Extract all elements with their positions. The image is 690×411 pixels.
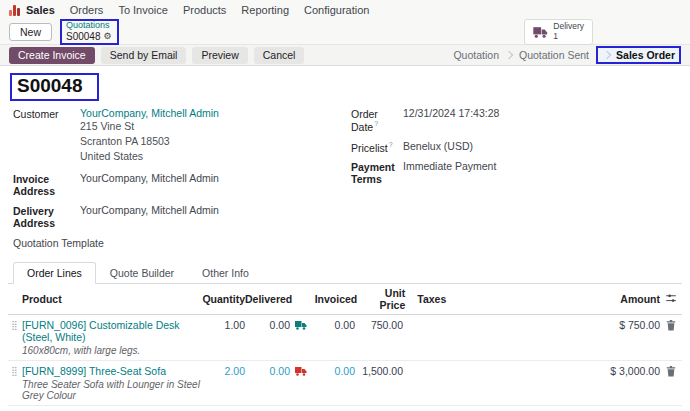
menu-to-invoice[interactable]: To Invoice <box>118 4 168 16</box>
breadcrumb-quotations[interactable]: Quotations <box>66 21 112 31</box>
delivery-address-label: Delivery Address <box>13 204 80 229</box>
unit-price-cell[interactable]: 750.00 <box>355 319 403 331</box>
gear-icon[interactable]: ⚙ <box>104 32 112 42</box>
col-taxes[interactable]: Taxes <box>405 293 472 305</box>
drag-handle-icon[interactable]: ⣿ <box>8 365 22 376</box>
sales-app-icon <box>9 5 20 16</box>
help-icon: ? <box>374 120 378 127</box>
customer-label: Customer <box>13 107 80 165</box>
drag-handle-icon[interactable]: ⣿ <box>8 319 22 330</box>
col-delivered[interactable]: Delivered <box>245 293 292 305</box>
col-product[interactable]: Product <box>22 293 200 305</box>
order-date-field[interactable]: 12/31/2024 17:43:28 <box>403 107 499 133</box>
action-bar: Create Invoice Send by Email Preview Can… <box>0 44 690 66</box>
status-quotation[interactable]: Quotation <box>453 49 499 61</box>
pricelist-label: Pricelist? <box>351 140 403 154</box>
table-row[interactable]: ⣿ [Delivery_007] Standard delivery Stand… <box>8 406 682 411</box>
optional-columns-icon[interactable] <box>665 293 677 304</box>
invoice-address-label: Invoice Address <box>13 172 80 197</box>
invoiced-cell[interactable]: 0.00 <box>310 319 355 331</box>
help-icon: ? <box>389 141 393 148</box>
delivery-smart-button[interactable]: Delivery 1 <box>524 19 593 45</box>
new-button[interactable]: New <box>9 23 52 41</box>
breadcrumb-annotation-box: Quotations S00048 ⚙ <box>60 19 119 45</box>
tab-other-info[interactable]: Other Info <box>188 262 263 284</box>
title-annotation-box: S00048 <box>10 73 99 101</box>
menu-reporting[interactable]: Reporting <box>241 4 289 16</box>
form-sheet: S00048 Customer YourCompany, Mitchell Ad… <box>0 66 690 411</box>
app-brand[interactable]: Sales <box>9 4 55 16</box>
invoice-address-field[interactable]: YourCompany, Mitchell Admin <box>80 172 219 197</box>
chevron-right-icon <box>505 51 513 59</box>
product-description: 160x80cm, with large legs. <box>22 345 200 356</box>
chevron-right-icon <box>603 51 611 59</box>
quantity-cell[interactable]: 2.00 <box>200 365 245 377</box>
order-lines-table: Product Quantity Delivered Invoiced Unit… <box>8 284 682 411</box>
product-description: Three Seater Sofa with Lounger in Steel … <box>22 379 200 401</box>
col-invoiced[interactable]: Invoiced <box>312 293 357 305</box>
delete-row-icon[interactable] <box>666 366 676 377</box>
top-nav: Sales Orders To Invoice Products Reporti… <box>0 0 690 20</box>
page-title: S00048 <box>17 75 83 96</box>
table-row[interactable]: ⣿ [FURN_0096] Customizable Desk (Steel, … <box>8 315 682 361</box>
menu-orders[interactable]: Orders <box>70 4 104 16</box>
delivery-truck-late-icon[interactable] <box>295 366 307 376</box>
menu-products[interactable]: Products <box>183 4 226 16</box>
menu-configuration[interactable]: Configuration <box>304 4 369 16</box>
statusbar: Quotation Quotation Sent Sales Order <box>453 46 681 64</box>
app-name: Sales <box>26 4 55 16</box>
order-date-label: Order Date? <box>351 107 403 133</box>
truck-icon <box>533 26 548 38</box>
send-by-email-button[interactable]: Send by Email <box>101 47 187 64</box>
delivery-address-field[interactable]: YourCompany, Mitchell Admin <box>80 204 219 229</box>
notebook-tabs: Order Lines Quote Builder Other Info <box>8 262 682 284</box>
product-link[interactable]: [FURN_8999] Three-Seat Sofa <box>22 365 200 377</box>
control-panel: New Quotations S00048 ⚙ Delivery 1 <box>0 20 690 44</box>
payment-terms-label: Payment Terms <box>351 160 403 185</box>
table-header: Product Quantity Delivered Invoiced Unit… <box>8 284 682 315</box>
tab-quote-builder[interactable]: Quote Builder <box>96 262 188 284</box>
amount-cell: $ 3,000.00 <box>470 365 660 377</box>
product-link[interactable]: [FURN_0096] Customizable Desk (Steel, Wh… <box>22 319 200 343</box>
breadcrumb-current: S00048 ⚙ <box>66 31 112 42</box>
payment-terms-field[interactable]: Immediate Payment <box>403 160 496 185</box>
status-sales-order[interactable]: Sales Order <box>616 49 675 61</box>
smart-button-count: 1 <box>553 32 584 42</box>
status-quotation-sent[interactable]: Quotation Sent <box>519 49 589 61</box>
unit-price-cell[interactable]: 1,500.00 <box>355 365 403 377</box>
tab-order-lines[interactable]: Order Lines <box>13 262 96 284</box>
delete-row-icon[interactable] <box>666 320 676 331</box>
table-row[interactable]: ⣿ [FURN_8999] Three-Seat Sofa Three Seat… <box>8 361 682 406</box>
cancel-button[interactable]: Cancel <box>254 47 305 64</box>
delivered-cell[interactable]: 0.00 <box>245 319 290 331</box>
quantity-cell[interactable]: 1.00 <box>200 319 245 331</box>
field-grid: Customer YourCompany, Mitchell Admin 215… <box>8 107 682 256</box>
status-annotation-box: Sales Order <box>596 46 681 64</box>
customer-field[interactable]: YourCompany, Mitchell Admin <box>80 107 219 119</box>
col-amount[interactable]: Amount <box>472 293 660 305</box>
delivered-cell[interactable]: 0.00 <box>245 365 290 377</box>
pricelist-field[interactable]: Benelux (USD) <box>403 140 473 154</box>
col-unit-price[interactable]: Unit Price <box>357 287 405 311</box>
amount-cell: $ 750.00 <box>470 319 660 331</box>
col-quantity[interactable]: Quantity <box>200 293 245 305</box>
create-invoice-button[interactable]: Create Invoice <box>9 47 95 64</box>
delivery-truck-icon[interactable] <box>295 320 307 330</box>
customer-address: 215 Vine St Scranton PA 18503 United Sta… <box>80 119 219 165</box>
invoiced-cell[interactable]: 0.00 <box>310 365 355 377</box>
quotation-template-label: Quotation Template <box>13 236 123 249</box>
breadcrumb-record-name: S00048 <box>66 31 100 42</box>
preview-button[interactable]: Preview <box>192 47 247 64</box>
